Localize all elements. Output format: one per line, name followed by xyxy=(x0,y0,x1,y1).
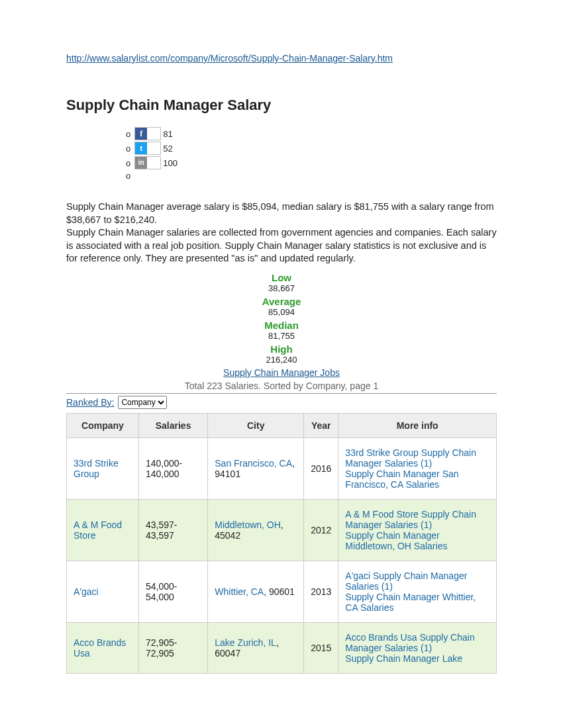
tw-count: 52 xyxy=(163,144,172,154)
company-link[interactable]: Acco Brands Usa xyxy=(74,637,126,659)
social-row-tw: ot52 xyxy=(126,142,497,155)
fb-count: 81 xyxy=(163,129,172,139)
year-cell: 2013 xyxy=(304,561,338,622)
zip: , 90601 xyxy=(264,586,295,597)
fb-share-button[interactable]: f xyxy=(134,127,161,140)
company-link[interactable]: A & M Food Store xyxy=(74,520,122,541)
more-info-link[interactable]: Supply Chain Manager Lake xyxy=(345,653,489,664)
table-row: A & M Food Store43,597-43,597Middletown,… xyxy=(67,499,497,561)
summary-line: Total 223 Salaries. Sorted by Company, p… xyxy=(66,381,497,394)
salary-stats: Low 38,667 Average 85,094 Median 81,755 … xyxy=(66,272,497,365)
col-company: Company xyxy=(67,413,139,437)
year-cell: 2015 xyxy=(304,622,338,673)
social-row-li: oin100 xyxy=(126,156,497,169)
salaries-cell: 54,000-54,000 xyxy=(138,561,207,622)
table-row: A'gaci54,000-54,000Whittier, CA, 9060120… xyxy=(67,561,497,622)
stat-median-label: Median xyxy=(66,320,497,331)
stat-low-label: Low xyxy=(66,272,497,283)
col-salaries: Salaries xyxy=(138,413,207,437)
page-title: Supply Chain Manager Salary xyxy=(66,97,497,114)
bullet-icon: o xyxy=(126,171,130,181)
source-url-link[interactable]: http://www.salarylist.com/company/Micros… xyxy=(66,53,393,64)
stat-high-label: High xyxy=(66,343,497,355)
stat-average-label: Average xyxy=(66,296,497,307)
city-link[interactable]: San Francisco, CA xyxy=(215,458,292,469)
city-link[interactable]: Middletown, OH xyxy=(215,520,281,530)
more-info-link[interactable]: Acco Brands Usa Supply Chain Manager Sal… xyxy=(345,632,489,653)
salaries-cell: 140,000-140,000 xyxy=(138,437,207,499)
li-icon: in xyxy=(135,157,147,169)
more-info-link[interactable]: 33rd Strike Group Supply Chain Manager S… xyxy=(345,447,489,469)
salaries-cell: 43,597-43,597 xyxy=(138,499,207,561)
bullet-icon: o xyxy=(126,158,130,168)
year-cell: 2016 xyxy=(304,437,338,499)
social-list: of81ot52oin100o xyxy=(126,127,497,181)
table-row: 33rd Strike Group140,000-140,000San Fran… xyxy=(67,437,497,499)
fb-icon: f xyxy=(135,128,147,140)
company-link[interactable]: A'gaci xyxy=(74,586,99,597)
jobs-link[interactable]: Supply Chain Manager Jobs xyxy=(66,367,497,378)
more-info-link[interactable]: A & M Food Store Supply Chain Manager Sa… xyxy=(345,509,489,530)
stat-low-value: 38,667 xyxy=(66,283,497,293)
bullet-icon: o xyxy=(126,144,130,154)
more-info-link[interactable]: Supply Chain Manager San Francisco, CA S… xyxy=(345,469,489,490)
year-cell: 2012 xyxy=(304,499,338,561)
col-year: Year xyxy=(304,413,338,437)
col-more-info: More info xyxy=(338,413,497,437)
li-count: 100 xyxy=(163,158,178,168)
li-share-button[interactable]: in xyxy=(134,156,161,169)
more-info-link[interactable]: Supply Chain Manager Middletown, OH Sala… xyxy=(345,530,489,551)
ranked-by-select[interactable]: Company xyxy=(118,396,167,409)
bullet-icon: o xyxy=(126,129,130,139)
stat-high-value: 216,240 xyxy=(66,355,497,365)
tw-share-button[interactable]: t xyxy=(134,142,161,155)
social-row-fb: of81 xyxy=(126,127,497,140)
stat-median-value: 81,755 xyxy=(66,331,497,341)
salaries-cell: 72,905-72,905 xyxy=(138,622,207,673)
salary-table: CompanySalariesCityYearMore info 33rd St… xyxy=(66,413,497,674)
more-info-link[interactable]: Supply Chain Manager Whittier, CA Salari… xyxy=(345,592,489,613)
more-info-link[interactable]: A'gaci Supply Chain Manager Salaries (1) xyxy=(345,570,489,592)
tw-icon: t xyxy=(135,142,147,154)
city-link[interactable]: Whittier, CA xyxy=(215,586,264,597)
intro-paragraph-2: Supply Chain Manager salaries are collec… xyxy=(66,226,497,265)
company-link[interactable]: 33rd Strike Group xyxy=(74,458,119,479)
city-link[interactable]: Lake Zurich, IL xyxy=(215,637,276,648)
table-row: Acco Brands Usa72,905-72,905Lake Zurich,… xyxy=(67,622,497,673)
ranked-by-label: Ranked By: xyxy=(66,397,114,408)
stat-average-value: 85,094 xyxy=(66,307,497,317)
intro-paragraph-1: Supply Chain Manager average salary is $… xyxy=(66,201,497,226)
col-city: City xyxy=(208,413,304,437)
